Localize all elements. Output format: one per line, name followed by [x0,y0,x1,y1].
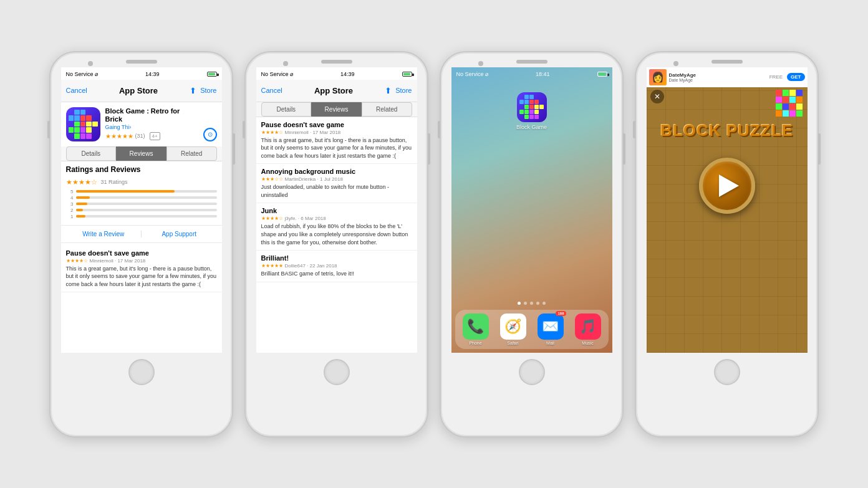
ad-get-button-4[interactable]: GET [787,73,804,81]
ratings-top-1: ★★★★☆ 31 Ratings [66,178,217,186]
camera-dot-2 [283,61,288,66]
share-icon-1[interactable]: ⬆ [190,86,196,95]
app-age-badge-1: 4+ [150,132,160,140]
speaker-3 [516,60,547,64]
ratings-stars-1: ★★★★☆ [66,178,97,186]
mini-puzzle-4 [776,90,804,118]
dock-music-wrap[interactable]: 🎵 Music [575,313,601,345]
ratings-count-1: 31 Ratings [101,179,128,185]
review-item-2-1: Pause doesn't save game ★★★★☆ Minniemoll… [256,117,417,165]
cancel-button-2[interactable]: Cancel [261,87,282,94]
tetris-grid-1 [66,107,100,141]
app-rating-count-1: (31) [135,133,145,139]
home-button-1[interactable] [128,359,155,385]
phone-3-top [441,52,622,64]
speaker-4 [711,60,743,64]
phone-1: No Service ⌀ 14:39 Cancel App Store ⬆ St… [49,51,233,438]
nav-bar-2: Cancel App Store ⬆ Store [256,80,417,102]
bar-row-5: 5 [66,189,217,194]
cancel-button-1[interactable]: Cancel [66,87,87,94]
camera-dot-4 [673,61,678,66]
play-triangle-icon-4 [719,175,739,197]
dock-safari-wrap[interactable]: 🧭 Safari [500,313,526,345]
tab-details-2[interactable]: Details [261,102,312,117]
nav-title-1: App Store [119,86,158,95]
camera-dot-3 [478,61,483,66]
tab-details-1[interactable]: Details [66,146,117,161]
svg-rect-0 [776,90,782,96]
write-review-link-1[interactable]: Write a Review [66,231,142,237]
svg-rect-7 [796,97,803,103]
dock-phone-icon: 📞 [463,313,489,340]
dock-music-icon: 🎵 [575,313,601,340]
phone-4: 👩 DateMyAge Date MyAge FREE GET ✕ [635,51,819,438]
nav-bar-1: Cancel App Store ⬆ Store [61,80,222,102]
bar-row-2: 2 [66,208,217,213]
rating-bars-1: 5 4 3 2 1 [66,189,217,219]
svg-rect-12 [776,110,782,117]
ratings-overview-1: ★★★★☆ 31 Ratings 5 4 3 [61,176,222,222]
tab-related-1[interactable]: Related [166,146,217,161]
review-body-2-1: This is a great game, but it's long - th… [261,136,412,160]
app-header-1: Block Game : Retro for Brick Gaing Thi› … [61,102,222,146]
status-bar-1: No Service ⌀ 14:39 [61,67,222,80]
home-status-left-3: No Service ⌀ [456,71,489,77]
app-dev-1[interactable]: Gaing Thi› [105,124,198,130]
ad-image-4: 👩 [649,69,667,85]
status-time-1: 14:39 [145,71,160,77]
ad-brand-4: DateMyAge [669,72,767,78]
app-name-1: Block Game : Retro for Brick [105,107,198,123]
phones-container: No Service ⌀ 14:39 Cancel App Store ⬆ St… [37,39,831,450]
svg-rect-15 [796,110,803,117]
review-meta-2-2: ★★★☆☆ MartinDrienka · 1 Jul 2018 [261,176,412,182]
phone-1-top [51,52,232,64]
review-stars-1: ★★★★☆ [66,258,88,264]
dock-mail-wrap[interactable]: ✉️ 188 Mail [538,313,564,345]
dock-phone-wrap[interactable]: 📞 Phone [463,313,489,345]
app-support-link-1[interactable]: App Support [142,231,217,237]
tab-bar-2: Details Reviews Related [256,102,417,117]
home-button-3[interactable] [519,359,545,385]
tab-related-2[interactable]: Related [362,102,412,117]
tab-bar-1: Details Reviews Related [61,146,222,161]
phone-1-screen: No Service ⌀ 14:39 Cancel App Store ⬆ St… [61,67,222,353]
review-meta-1: ★★★★☆ Minniemoll · 17 Mar 2018 [66,258,217,264]
dock-music-label: Music [582,341,593,345]
battery-icon-2 [402,72,412,77]
phone-3-screen: No Service ⌀ 18:41 [451,67,612,353]
mail-badge-3: 188 [556,311,566,316]
review-title-2-2: Annoying background music [261,168,412,175]
home-icons-area-3: Block Game [451,80,612,302]
review-title-2-3: Junk [261,207,412,214]
dock-phone-label: Phone [469,341,481,345]
review-meta-2-3: ★★★★☆ j3yfe. · 6 Mar 2018 [261,216,412,221]
review-title-1: Pause doesn't save game [66,249,217,257]
tab-reviews-2[interactable]: Reviews [311,102,362,117]
home-button-2[interactable] [324,359,350,385]
home-status-time-3: 18:41 [536,71,550,77]
battery-icon-1 [207,72,217,77]
speaker-2 [321,60,352,64]
app-icon-wrap-3[interactable]: Block Game [516,92,547,130]
svg-rect-9 [783,103,789,110]
home-button-4[interactable] [714,359,740,385]
svg-rect-10 [789,103,796,110]
store-button-2[interactable]: Store [395,87,412,94]
svg-rect-2 [789,90,796,96]
status-right-2 [402,72,412,77]
close-ad-button-4[interactable]: ✕ [650,90,664,103]
icloud-button-1[interactable]: ⊙ [203,128,217,141]
home-status-right-3 [597,72,607,77]
reviews-scroll-2[interactable]: Pause doesn't save game ★★★★☆ Minniemoll… [256,117,417,353]
bar-row-3: 3 [66,201,217,207]
share-icon-2[interactable]: ⬆ [385,86,392,95]
dock-safari-label: Safari [507,341,518,345]
app-rating-row-1: ★★★★★ (31) 4+ [105,132,198,140]
play-button-4[interactable] [699,158,755,214]
nav-right-2: ⬆ Store [385,86,412,95]
ad-bar-4: 👩 DateMyAge Date MyAge FREE GET [647,67,808,87]
review-author-date-1: Minniemoll · 17 Mar 2018 [90,258,146,264]
tab-reviews-1[interactable]: Reviews [116,146,166,161]
store-button-1[interactable]: Store [200,87,216,94]
phone-2: No Service ⌀ 14:39 Cancel App Store ⬆ St… [244,51,428,438]
